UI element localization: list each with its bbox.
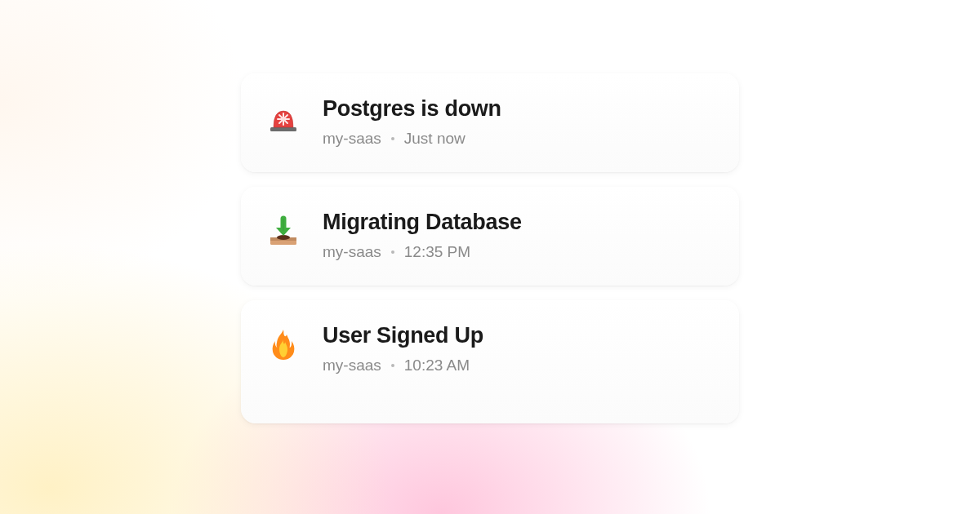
meta-separator-icon (391, 250, 394, 254)
notification-body: Postgres is down my-saas Just now (323, 96, 715, 148)
notification-card[interactable]: User Signed Up my-saas 10:23 AM (241, 300, 739, 423)
fire-icon (265, 326, 301, 362)
notification-card[interactable]: Postgres is down my-saas Just now (241, 73, 739, 172)
meta-separator-icon (391, 364, 394, 367)
siren-icon (265, 100, 301, 135)
notification-body: Migrating Database my-saas 12:35 PM (323, 210, 715, 261)
notification-meta: my-saas 10:23 AM (323, 357, 715, 374)
notification-time: 12:35 PM (404, 243, 470, 261)
svg-rect-0 (270, 127, 296, 131)
notification-meta: my-saas Just now (323, 130, 715, 148)
notification-source: my-saas (323, 130, 381, 148)
meta-separator-icon (391, 137, 394, 140)
notification-meta: my-saas 12:35 PM (323, 243, 715, 261)
notification-time: Just now (404, 130, 466, 148)
notification-card[interactable]: Migrating Database my-saas 12:35 PM (241, 187, 739, 286)
svg-point-5 (282, 117, 285, 121)
notification-time: 10:23 AM (404, 357, 470, 374)
download-tray-icon (265, 213, 301, 249)
notification-body: User Signed Up my-saas 10:23 AM (323, 323, 715, 374)
notification-source: my-saas (323, 357, 381, 374)
notification-title: Migrating Database (323, 210, 715, 235)
notification-list: Postgres is down my-saas Just now (241, 73, 739, 423)
notification-source: my-saas (323, 243, 381, 261)
notification-title: Postgres is down (323, 96, 715, 122)
notification-title: User Signed Up (323, 323, 715, 348)
